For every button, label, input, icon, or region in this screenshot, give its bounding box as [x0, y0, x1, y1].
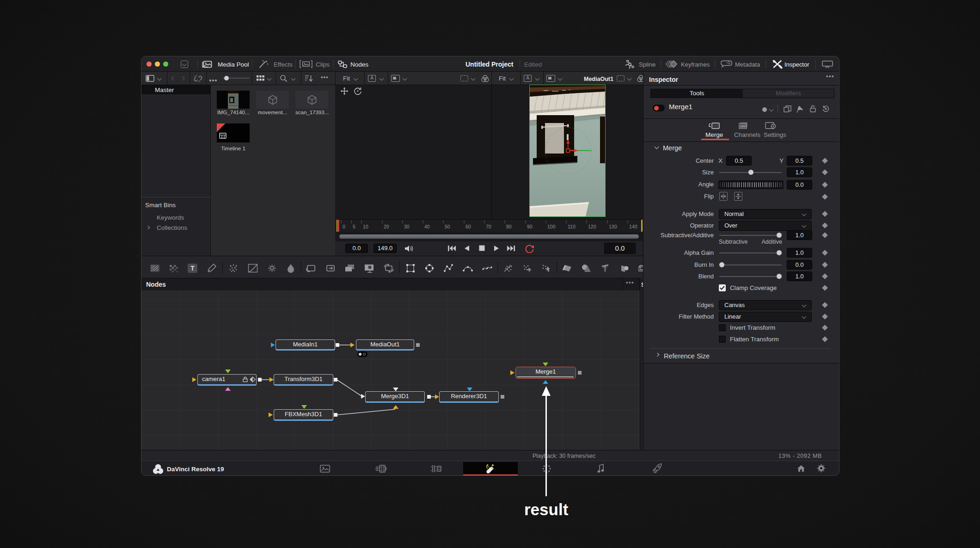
svg-text:50: 50 [445, 224, 450, 229]
svg-text:120: 120 [588, 224, 596, 229]
svg-text:110: 110 [568, 224, 576, 229]
svg-text:90: 90 [527, 224, 533, 229]
svg-text:30: 30 [404, 224, 410, 229]
svg-text:130: 130 [609, 224, 617, 229]
svg-text:10: 10 [363, 224, 368, 229]
svg-text:0: 0 [343, 224, 345, 229]
svg-text:80: 80 [506, 224, 512, 229]
svg-text:100: 100 [547, 224, 556, 229]
svg-text:40: 40 [424, 224, 430, 229]
svg-text:20: 20 [384, 224, 389, 229]
svg-text:70: 70 [486, 224, 491, 229]
svg-text:140: 140 [629, 224, 637, 229]
svg-text:5: 5 [353, 224, 355, 229]
svg-text:60: 60 [466, 224, 471, 229]
